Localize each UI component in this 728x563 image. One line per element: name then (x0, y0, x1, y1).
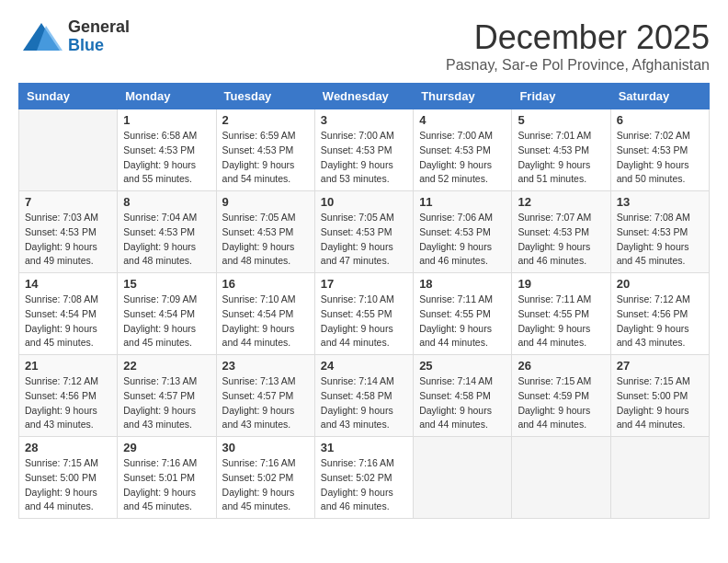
day-info: Sunrise: 7:00 AM Sunset: 4:53 PM Dayligh… (419, 129, 506, 187)
location: Pasnay, Sar-e Pol Province, Afghanistan (446, 57, 710, 74)
day-info: Sunrise: 7:13 AM Sunset: 4:57 PM Dayligh… (123, 374, 210, 432)
day-number: 20 (617, 277, 703, 291)
day-number: 16 (222, 277, 309, 291)
day-info: Sunrise: 6:59 AM Sunset: 4:53 PM Dayligh… (222, 129, 309, 187)
day-info: Sunrise: 7:16 AM Sunset: 5:02 PM Dayligh… (321, 456, 407, 514)
calendar-cell: 28Sunrise: 7:15 AM Sunset: 5:00 PM Dayli… (19, 437, 118, 519)
calendar-cell: 17Sunrise: 7:10 AM Sunset: 4:55 PM Dayli… (314, 273, 413, 355)
day-number: 10 (321, 195, 407, 209)
day-number: 29 (123, 441, 210, 454)
day-info: Sunrise: 7:12 AM Sunset: 4:56 PM Dayligh… (25, 374, 111, 432)
calendar-week-row: 28Sunrise: 7:15 AM Sunset: 5:00 PM Dayli… (19, 437, 710, 519)
day-number: 25 (419, 359, 506, 373)
day-number: 17 (321, 277, 407, 291)
page-header: General Blue December 2025 Pasnay, Sar-e… (18, 18, 710, 74)
day-info: Sunrise: 7:14 AM Sunset: 4:58 PM Dayligh… (419, 374, 506, 432)
day-info: Sunrise: 7:13 AM Sunset: 4:57 PM Dayligh… (222, 374, 309, 432)
day-info: Sunrise: 7:08 AM Sunset: 4:53 PM Dayligh… (617, 211, 703, 269)
logo-icon (18, 18, 64, 55)
day-number: 6 (617, 113, 703, 127)
calendar-cell (512, 437, 610, 519)
day-number: 19 (518, 277, 604, 291)
day-of-week-header: Thursday (414, 84, 512, 109)
day-number: 31 (321, 441, 407, 454)
day-info: Sunrise: 7:14 AM Sunset: 4:58 PM Dayligh… (321, 374, 407, 432)
calendar-cell: 23Sunrise: 7:13 AM Sunset: 4:57 PM Dayli… (216, 355, 314, 437)
day-info: Sunrise: 7:07 AM Sunset: 4:53 PM Dayligh… (518, 211, 604, 269)
calendar-week-row: 7Sunrise: 7:03 AM Sunset: 4:53 PM Daylig… (19, 191, 710, 273)
day-of-week-header: Tuesday (216, 84, 314, 109)
day-info: Sunrise: 7:11 AM Sunset: 4:55 PM Dayligh… (518, 293, 604, 350)
calendar-week-row: 1Sunrise: 6:58 AM Sunset: 4:53 PM Daylig… (19, 109, 710, 191)
day-info: Sunrise: 7:05 AM Sunset: 4:53 PM Dayligh… (222, 211, 309, 269)
day-number: 18 (419, 277, 506, 291)
calendar-cell: 16Sunrise: 7:10 AM Sunset: 4:54 PM Dayli… (216, 273, 314, 355)
calendar-cell: 5Sunrise: 7:01 AM Sunset: 4:53 PM Daylig… (512, 109, 610, 191)
day-number: 3 (321, 113, 407, 127)
calendar-cell: 4Sunrise: 7:00 AM Sunset: 4:53 PM Daylig… (414, 109, 512, 191)
day-number: 11 (419, 195, 506, 209)
month-title: December 2025 (446, 18, 710, 57)
day-info: Sunrise: 7:06 AM Sunset: 4:53 PM Dayligh… (419, 211, 506, 269)
calendar-cell (610, 437, 709, 519)
day-of-week-header: Friday (512, 84, 610, 109)
day-info: Sunrise: 7:03 AM Sunset: 4:53 PM Dayligh… (25, 211, 111, 269)
calendar-cell: 13Sunrise: 7:08 AM Sunset: 4:53 PM Dayli… (610, 191, 709, 273)
calendar-cell: 20Sunrise: 7:12 AM Sunset: 4:56 PM Dayli… (610, 273, 709, 355)
day-number: 8 (123, 195, 210, 209)
day-info: Sunrise: 7:00 AM Sunset: 4:53 PM Dayligh… (321, 129, 407, 187)
day-number: 28 (25, 441, 111, 454)
calendar-table: SundayMondayTuesdayWednesdayThursdayFrid… (18, 83, 710, 519)
day-info: Sunrise: 7:04 AM Sunset: 4:53 PM Dayligh… (123, 211, 210, 269)
calendar-body: 1Sunrise: 6:58 AM Sunset: 4:53 PM Daylig… (19, 109, 710, 519)
calendar-cell: 8Sunrise: 7:04 AM Sunset: 4:53 PM Daylig… (118, 191, 216, 273)
day-number: 30 (222, 441, 309, 454)
logo: General Blue (18, 18, 130, 55)
day-number: 12 (518, 195, 604, 209)
day-number: 5 (518, 113, 604, 127)
logo-text: General Blue (68, 18, 130, 55)
day-info: Sunrise: 7:15 AM Sunset: 4:59 PM Dayligh… (518, 374, 604, 432)
day-of-week-header: Wednesday (314, 84, 413, 109)
calendar-cell: 9Sunrise: 7:05 AM Sunset: 4:53 PM Daylig… (216, 191, 314, 273)
day-number: 26 (518, 359, 604, 373)
day-of-week-header: Sunday (19, 84, 118, 109)
day-number: 13 (617, 195, 703, 209)
day-number: 1 (123, 113, 210, 127)
calendar-cell: 7Sunrise: 7:03 AM Sunset: 4:53 PM Daylig… (19, 191, 118, 273)
day-number: 7 (25, 195, 111, 209)
calendar-week-row: 14Sunrise: 7:08 AM Sunset: 4:54 PM Dayli… (19, 273, 710, 355)
logo-general: General (68, 18, 130, 37)
day-info: Sunrise: 7:02 AM Sunset: 4:53 PM Dayligh… (617, 129, 703, 187)
day-info: Sunrise: 7:05 AM Sunset: 4:53 PM Dayligh… (321, 211, 407, 269)
calendar-cell: 19Sunrise: 7:11 AM Sunset: 4:55 PM Dayli… (512, 273, 610, 355)
day-number: 14 (25, 277, 111, 291)
day-info: Sunrise: 7:10 AM Sunset: 4:54 PM Dayligh… (222, 293, 309, 350)
calendar-cell: 30Sunrise: 7:16 AM Sunset: 5:02 PM Dayli… (216, 437, 314, 519)
calendar-cell: 26Sunrise: 7:15 AM Sunset: 4:59 PM Dayli… (512, 355, 610, 437)
day-number: 2 (222, 113, 309, 127)
calendar-cell: 21Sunrise: 7:12 AM Sunset: 4:56 PM Dayli… (19, 355, 118, 437)
day-info: Sunrise: 7:08 AM Sunset: 4:54 PM Dayligh… (25, 293, 111, 350)
day-number: 23 (222, 359, 309, 373)
calendar-cell: 27Sunrise: 7:15 AM Sunset: 5:00 PM Dayli… (610, 355, 709, 437)
calendar-cell: 31Sunrise: 7:16 AM Sunset: 5:02 PM Dayli… (314, 437, 413, 519)
calendar-cell: 11Sunrise: 7:06 AM Sunset: 4:53 PM Dayli… (414, 191, 512, 273)
day-info: Sunrise: 7:16 AM Sunset: 5:01 PM Dayligh… (123, 456, 210, 514)
day-info: Sunrise: 6:58 AM Sunset: 4:53 PM Dayligh… (123, 129, 210, 187)
day-info: Sunrise: 7:15 AM Sunset: 5:00 PM Dayligh… (25, 456, 111, 514)
day-info: Sunrise: 7:15 AM Sunset: 5:00 PM Dayligh… (617, 374, 703, 432)
day-of-week-header: Saturday (610, 84, 709, 109)
day-info: Sunrise: 7:11 AM Sunset: 4:55 PM Dayligh… (419, 293, 506, 350)
day-number: 15 (123, 277, 210, 291)
day-number: 21 (25, 359, 111, 373)
calendar-cell: 29Sunrise: 7:16 AM Sunset: 5:01 PM Dayli… (118, 437, 216, 519)
calendar-cell (19, 109, 118, 191)
calendar-cell: 15Sunrise: 7:09 AM Sunset: 4:54 PM Dayli… (118, 273, 216, 355)
day-info: Sunrise: 7:16 AM Sunset: 5:02 PM Dayligh… (222, 456, 309, 514)
calendar-cell (414, 437, 512, 519)
title-section: December 2025 Pasnay, Sar-e Pol Province… (446, 18, 710, 74)
day-number: 27 (617, 359, 703, 373)
day-info: Sunrise: 7:10 AM Sunset: 4:55 PM Dayligh… (321, 293, 407, 350)
calendar-cell: 22Sunrise: 7:13 AM Sunset: 4:57 PM Dayli… (118, 355, 216, 437)
